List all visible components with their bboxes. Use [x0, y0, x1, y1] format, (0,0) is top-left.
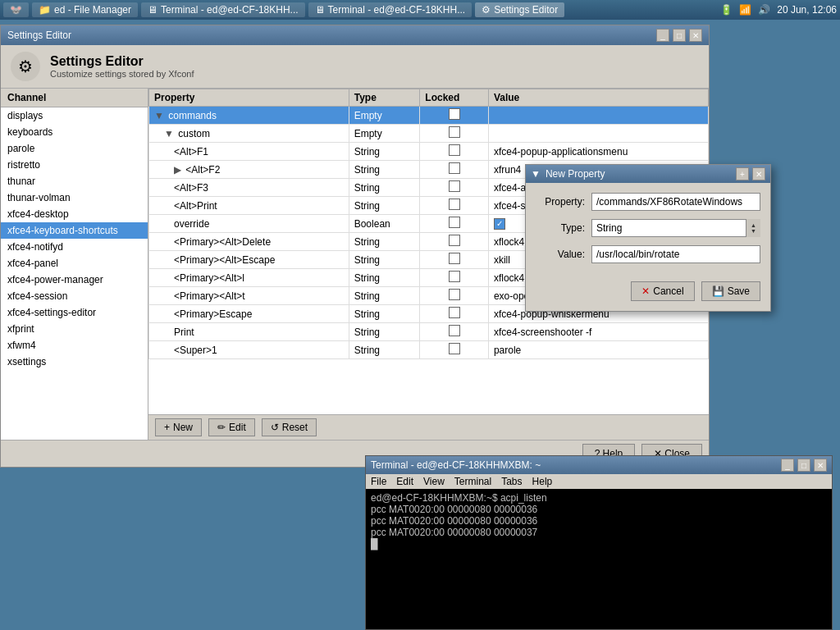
sidebar-item-xfwm4[interactable]: xfwm4: [1, 337, 148, 354]
taskbar-start[interactable]: 🐭: [3, 2, 29, 17]
sidebar-item-xfce4-panel[interactable]: xfce4-panel: [1, 255, 148, 272]
sidebar-item-xfce4-session[interactable]: xfce4-session: [1, 288, 148, 304]
menu-file[interactable]: File: [371, 476, 386, 487]
table-row[interactable]: Print String xfce4-screenshooter -f: [149, 323, 709, 341]
dialog-body: Property: Type: String Boolean Empty Int…: [526, 183, 770, 281]
table-row[interactable]: ▼ commands Empty: [149, 107, 709, 125]
property-type: Empty: [349, 107, 420, 125]
header-text: Settings Editor Customize settings store…: [50, 54, 194, 79]
sidebar-item-displays[interactable]: displays: [1, 107, 148, 124]
dialog-controls: + ✕: [736, 167, 765, 180]
save-icon: 💾: [712, 285, 724, 297]
terminal-line: pcc MAT0020:00 00000080 00000037: [371, 527, 827, 538]
property-name: ▼ commands: [149, 107, 349, 125]
property-locked: [420, 323, 489, 341]
terminal-maximize[interactable]: □: [797, 459, 810, 472]
property-type: Empty: [349, 125, 420, 143]
taskbar-item-settings[interactable]: ⚙ Settings Editor: [475, 2, 564, 17]
terminal-line: pcc MAT0020:00 00000080 00000036: [371, 504, 827, 515]
property-name: <Alt>F1: [149, 143, 349, 161]
dialog-title: New Property: [546, 168, 605, 180]
menu-edit[interactable]: Edit: [396, 476, 413, 487]
terminal-title: Terminal - ed@ed-CF-18KHHMXBM: ~: [371, 459, 541, 471]
property-value: xfce4-screenshooter -f: [488, 323, 708, 341]
menu-terminal[interactable]: Terminal: [454, 476, 491, 487]
new-button[interactable]: + New: [155, 418, 202, 436]
property-name: ▼ custom: [149, 125, 349, 143]
sidebar-item-xfce4-notifyd[interactable]: xfce4-notifyd: [1, 239, 148, 255]
sidebar-item-parole[interactable]: parole: [1, 140, 148, 157]
terminal-window: Terminal - ed@ed-CF-18KHHMXBM: ~ _ □ ✕ F…: [365, 455, 833, 630]
property-input[interactable]: [591, 193, 760, 211]
cancel-button[interactable]: ✕ Cancel: [631, 281, 694, 301]
terminal-close[interactable]: ✕: [814, 459, 827, 472]
col-type: Type: [349, 89, 420, 107]
property-name: <Primary><Alt>Delete: [149, 233, 349, 251]
taskbar-left: 🐭 📁 ed - File Manager 🖥 Terminal - ed@ed…: [3, 2, 564, 17]
value-label: Value:: [536, 249, 585, 260]
terminal-line: pcc MAT0020:00 00000080 00000036: [371, 515, 827, 527]
property-type: String: [349, 269, 420, 287]
property-type: String: [349, 287, 420, 305]
window-titlebar: Settings Editor _ □ ✕: [1, 25, 709, 45]
terminal-minimize[interactable]: _: [781, 459, 794, 472]
property-type: String: [349, 341, 420, 359]
menu-view[interactable]: View: [423, 476, 445, 487]
property-locked: [420, 215, 489, 233]
arrow-up-icon: ▲: [751, 222, 756, 228]
window-controls: _ □ ✕: [656, 29, 702, 42]
menu-help[interactable]: Help: [532, 476, 553, 487]
menu-tabs[interactable]: Tabs: [501, 476, 522, 487]
terminal-cursor: █: [371, 538, 827, 550]
property-locked: [420, 179, 489, 197]
sidebar-item-xfce4-keyboard-shortcuts[interactable]: xfce4-keyboard-shortcuts: [1, 222, 148, 239]
property-name: <Primary><Alt>Escape: [149, 251, 349, 269]
type-row: Type: String Boolean Empty Int Uint Doub…: [536, 219, 760, 237]
sidebar-item-xfce4-settings-editor[interactable]: xfce4-settings-editor: [1, 304, 148, 321]
sidebar-item-thunar-volman[interactable]: thunar-volman: [1, 189, 148, 206]
taskbar-item-terminal1[interactable]: 🖥 Terminal - ed@ed-CF-18KHH...: [141, 2, 305, 17]
table-row[interactable]: <Super>1 String parole: [149, 341, 709, 359]
taskbar-item-file-manager[interactable]: 📁 ed - File Manager: [32, 2, 138, 17]
arrow-down-icon: ▼: [751, 228, 756, 234]
reset-button[interactable]: ↺ Reset: [262, 418, 317, 436]
type-label: Type:: [536, 222, 585, 234]
sidebar-item-xfprint[interactable]: xfprint: [1, 321, 148, 337]
sidebar-item-xfce4-power-manager[interactable]: xfce4-power-manager: [1, 272, 148, 288]
table-row[interactable]: ▼ custom Empty: [149, 125, 709, 143]
edit-button[interactable]: ✏ Edit: [208, 418, 255, 436]
property-locked: [420, 197, 489, 215]
property-locked: [420, 233, 489, 251]
maximize-button[interactable]: □: [673, 29, 686, 42]
terminal-content: ed@ed-CF-18KHHMXBM:~$ acpi_listen pcc MA…: [366, 489, 832, 553]
terminal-menu: File Edit View Terminal Tabs Help: [366, 474, 832, 489]
save-button[interactable]: 💾 Save: [701, 281, 760, 301]
property-name: override: [149, 215, 349, 233]
sidebar-item-xsettings[interactable]: xsettings: [1, 354, 148, 370]
taskbar: 🐭 📁 ed - File Manager 🖥 Terminal - ed@ed…: [0, 0, 840, 20]
property-name: <Primary><Alt>l: [149, 269, 349, 287]
dialog-add-icon[interactable]: +: [736, 167, 749, 180]
sidebar-item-xfce4-desktop[interactable]: xfce4-desktop: [1, 206, 148, 222]
dialog-footer: ✕ Cancel 💾 Save: [526, 281, 770, 311]
property-value: parole: [488, 341, 708, 359]
table-row[interactable]: <Alt>F1 String xfce4-popup-applicationsm…: [149, 143, 709, 161]
property-type: String: [349, 161, 420, 179]
new-icon: +: [164, 422, 170, 433]
sidebar-item-ristretto[interactable]: ristretto: [1, 157, 148, 173]
sidebar-item-thunar[interactable]: thunar: [1, 173, 148, 189]
property-name: <Primary>Escape: [149, 305, 349, 323]
property-locked: [420, 161, 489, 179]
minimize-button[interactable]: _: [656, 29, 669, 42]
dialog-close-button[interactable]: ✕: [752, 167, 765, 180]
type-select[interactable]: String Boolean Empty Int Uint Double Arr…: [591, 219, 760, 237]
property-type: Boolean: [349, 215, 420, 233]
col-locked: Locked: [420, 89, 489, 107]
cancel-icon: ✕: [641, 285, 650, 297]
sidebar-item-keyboards[interactable]: keyboards: [1, 124, 148, 140]
taskbar-item-terminal2[interactable]: 🖥 Terminal - ed@ed-CF-18KHH...: [308, 2, 472, 17]
value-input[interactable]: [591, 245, 760, 263]
close-button[interactable]: ✕: [689, 29, 702, 42]
property-locked: [420, 125, 489, 143]
header-subtitle: Customize settings stored by Xfconf: [50, 69, 194, 79]
